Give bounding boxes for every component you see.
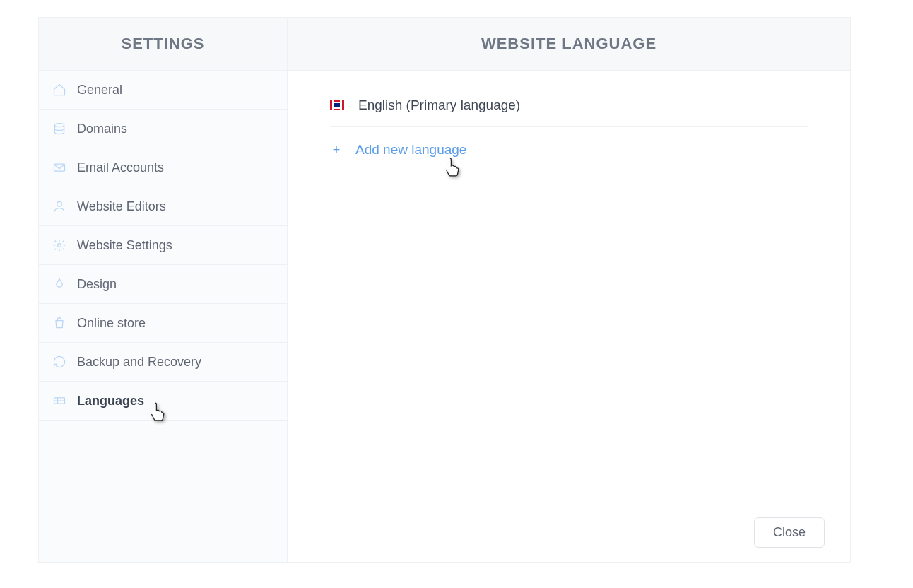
sidebar-item-design[interactable]: Design xyxy=(39,265,287,304)
sidebar-item-label: Email Accounts xyxy=(77,160,164,175)
sidebar-item-languages[interactable]: Languages xyxy=(39,382,287,421)
sidebar-item-domains[interactable]: Domains xyxy=(39,110,287,148)
main-title: WEBSITE LANGUAGE xyxy=(288,18,850,71)
main-body: English (Primary language) + Add new lan… xyxy=(288,71,850,562)
svg-point-3 xyxy=(58,244,61,247)
sidebar-item-label: General xyxy=(77,83,122,98)
svg-point-0 xyxy=(54,124,64,127)
refresh-icon xyxy=(52,354,67,370)
sidebar-item-label: Languages xyxy=(77,394,144,408)
mail-icon xyxy=(52,160,67,175)
sidebar-item-label: Domains xyxy=(77,122,127,136)
sidebar-item-email-accounts[interactable]: Email Accounts xyxy=(39,148,287,187)
language-icon xyxy=(52,393,67,408)
bag-icon xyxy=(52,315,67,331)
language-row-primary[interactable]: English (Primary language) xyxy=(330,90,808,127)
sidebar-item-label: Online store xyxy=(77,316,146,331)
svg-point-2 xyxy=(57,201,62,206)
uk-flag-icon xyxy=(330,100,344,110)
main-panel: WEBSITE LANGUAGE English (Primary langua… xyxy=(288,18,850,562)
sidebar-item-label: Website Editors xyxy=(77,199,166,214)
sidebar-item-label: Design xyxy=(77,277,117,292)
plus-icon: + xyxy=(330,143,343,156)
add-language-button[interactable]: + Add new language xyxy=(330,127,808,158)
footer: Close xyxy=(754,517,825,548)
sidebar-item-website-settings[interactable]: Website Settings xyxy=(39,226,287,265)
settings-panel: SETTINGS General Domains Email Accounts … xyxy=(38,17,851,563)
sidebar-item-website-editors[interactable]: Website Editors xyxy=(39,187,287,226)
user-icon xyxy=(52,199,67,214)
svg-rect-1 xyxy=(54,164,65,171)
language-label: English (Primary language) xyxy=(358,98,520,113)
sidebar-item-backup-recovery[interactable]: Backup and Recovery xyxy=(39,343,287,382)
home-icon xyxy=(52,82,67,98)
sidebar-item-label: Backup and Recovery xyxy=(77,355,201,370)
database-icon xyxy=(52,121,67,136)
sidebar-item-label: Website Settings xyxy=(77,238,172,253)
gear-icon xyxy=(52,237,67,253)
close-button[interactable]: Close xyxy=(754,517,825,548)
settings-sidebar: SETTINGS General Domains Email Accounts … xyxy=(39,18,288,562)
sidebar-item-online-store[interactable]: Online store xyxy=(39,304,287,343)
add-language-label: Add new language xyxy=(355,142,466,158)
sidebar-title: SETTINGS xyxy=(39,18,287,71)
sidebar-item-general[interactable]: General xyxy=(39,71,287,110)
paint-icon xyxy=(52,276,67,292)
